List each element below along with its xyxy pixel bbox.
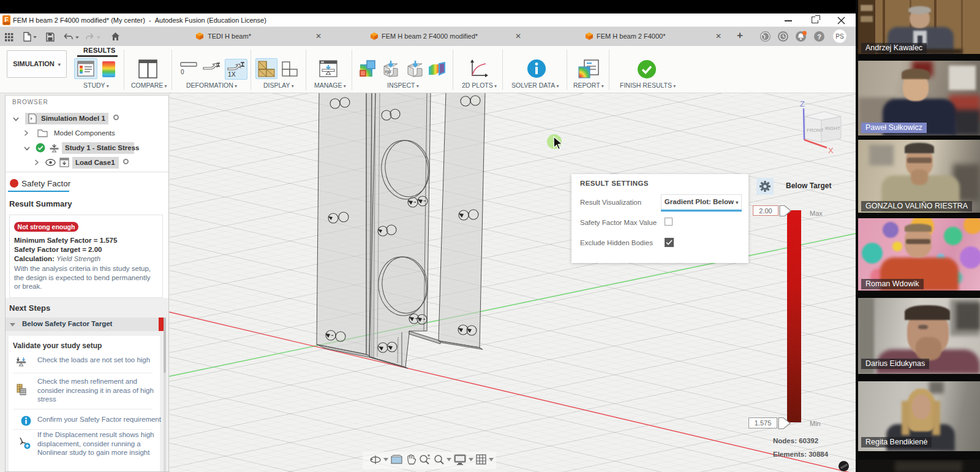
svg-text:Z: Z bbox=[800, 99, 805, 108]
svg-text:FRONT: FRONT bbox=[807, 128, 824, 133]
svg-text:?: ? bbox=[817, 33, 821, 40]
svg-text:xyz: xyz bbox=[385, 69, 392, 74]
svg-text:1X: 1X bbox=[228, 70, 236, 78]
svg-text:0: 0 bbox=[181, 69, 184, 75]
svg-text:X: X bbox=[828, 146, 834, 155]
svg-text:RIGHT: RIGHT bbox=[825, 126, 840, 131]
